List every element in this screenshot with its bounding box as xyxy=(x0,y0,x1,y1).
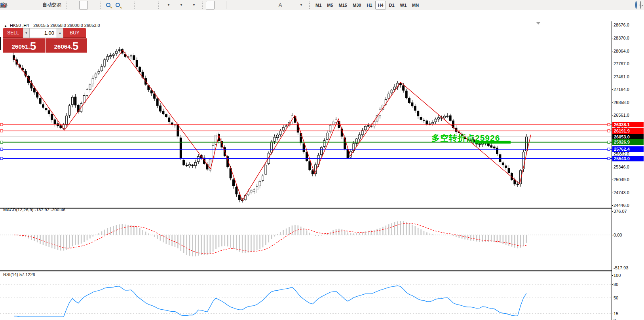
tab-timeframe-m1[interactable]: M1 xyxy=(313,1,324,9)
cursor-icon[interactable] xyxy=(206,1,215,9)
macd-splitter[interactable] xyxy=(0,208,612,208)
line-chart-icon[interactable] xyxy=(89,1,97,9)
price-tick-label: 27767.0 xyxy=(614,61,629,66)
price-tick-label: 27461.0 xyxy=(614,74,629,79)
price-tick-label: 24446.0 xyxy=(614,203,629,208)
level-price-label: 25762.4 xyxy=(612,146,644,152)
price-tick-label: 28064.0 xyxy=(614,49,629,53)
search-icon[interactable] xyxy=(635,2,637,9)
tab-timeframe-h1[interactable]: H1 xyxy=(364,1,374,9)
zoom-out-icon[interactable] xyxy=(113,1,122,9)
buy-price[interactable]: 26064. 5 xyxy=(46,38,87,53)
crosshair-icon[interactable] xyxy=(215,1,224,9)
tab-timeframe-m30[interactable]: M30 xyxy=(350,1,363,9)
chart-shift-icon[interactable] xyxy=(147,1,156,9)
rsi-panel-canvas[interactable] xyxy=(0,271,644,320)
volume-increase-button[interactable]: ▲ xyxy=(57,28,63,38)
sell-price[interactable]: 26051. 5 xyxy=(3,38,45,53)
price-tick-label: 26858.0 xyxy=(614,100,629,105)
tab-timeframe-h4[interactable]: H4 xyxy=(375,1,386,9)
rsi-tick-label: 15 xyxy=(614,311,618,316)
macd-panel-canvas[interactable] xyxy=(0,209,644,270)
rsi-label: RSI(14) 57.1226 xyxy=(3,272,35,277)
tab-timeframe-w1[interactable]: W1 xyxy=(398,1,409,9)
price-tick-label: 28676.0 xyxy=(614,23,629,27)
macd-label: MACD(12,26,9) -137.92 -200.46 xyxy=(3,207,65,212)
sell-price-big: 5 xyxy=(30,41,36,52)
macd-tick-label: 376.07 xyxy=(614,209,627,214)
sell-price-small: 26051. xyxy=(12,42,30,52)
level-price-label: 26053.0 xyxy=(612,134,644,140)
level-price-label: 25543.0 xyxy=(612,156,644,161)
text-label-icon[interactable]: T xyxy=(285,1,294,9)
fibonacci-icon[interactable]: F xyxy=(266,1,275,9)
zoom-in-icon[interactable] xyxy=(104,1,112,9)
rsi-splitter[interactable] xyxy=(0,270,612,271)
buy-button[interactable]: BUY xyxy=(63,28,86,38)
macd-tick-label: -517.93 xyxy=(614,265,628,270)
new-chart-button[interactable]: ▼ xyxy=(162,1,174,9)
bar-chart-icon[interactable] xyxy=(70,1,78,9)
rsi-tick-label: 50 xyxy=(614,295,618,300)
tab-timeframe-mn[interactable]: MN xyxy=(410,1,421,9)
rsi-tick-label: 100 xyxy=(614,273,621,278)
auto-scroll-icon[interactable] xyxy=(138,1,146,9)
arrows-icon[interactable]: ▼ xyxy=(295,1,307,9)
profile-icon[interactable] xyxy=(20,1,29,9)
buy-price-big: 5 xyxy=(72,41,79,52)
trendline-icon[interactable] xyxy=(247,1,256,9)
sell-button[interactable]: SELL xyxy=(3,28,23,38)
price-tick-label: 25049.0 xyxy=(614,177,629,182)
template-icon[interactable]: ▼ xyxy=(188,1,199,9)
buy-price-small: 26064. xyxy=(54,42,72,52)
toolbar: 单 自动交易 ▼ ▼ ▼ E F A T ▼ M1 xyxy=(0,0,644,10)
macd-tick-label: 0.00 xyxy=(614,233,622,237)
mt4-window: 单 自动交易 ▼ ▼ ▼ E F A T ▼ M1 xyxy=(0,0,644,320)
candlestick-icon[interactable] xyxy=(79,1,88,9)
tab-timeframe-m15[interactable]: M15 xyxy=(336,1,350,9)
level-price-label: 26191.9 xyxy=(612,128,644,134)
price-tick-label: 26561.0 xyxy=(614,113,629,117)
price-chart-canvas[interactable] xyxy=(0,21,644,208)
equidistant-channel-icon[interactable]: E xyxy=(257,1,266,9)
price-tick-label: 27164.0 xyxy=(614,87,629,92)
volume-input[interactable] xyxy=(30,28,57,38)
signal-icon[interactable] xyxy=(30,1,38,9)
one-click-trading-panel: SELL ▼ ▲ BUY 26051. 5 26064. 5 xyxy=(3,28,87,53)
tile-windows-icon[interactable] xyxy=(123,1,131,9)
price-tick-label: 24743.0 xyxy=(614,190,629,195)
pivot-annotation: 多空转折点25926 xyxy=(431,133,500,144)
price-tick-label: 28370.0 xyxy=(614,36,629,40)
brush-icon[interactable] xyxy=(11,1,19,9)
period-clock-icon[interactable]: ▼ xyxy=(175,1,187,9)
price-tick-label: 25346.0 xyxy=(614,165,629,169)
text-icon[interactable]: A xyxy=(276,1,285,9)
rsi-tick-label: 80 xyxy=(614,282,618,287)
level-price-label: 25926.9 xyxy=(612,139,644,145)
volume-decrease-button[interactable]: ▼ xyxy=(23,28,30,38)
tab-timeframe-m5[interactable]: M5 xyxy=(325,1,335,9)
autotrade-label: 自动交易 xyxy=(42,2,61,8)
rsi-tick-label: 0 xyxy=(614,318,616,320)
vertical-line-icon[interactable] xyxy=(228,1,237,9)
autotrade-button[interactable]: 自动交易 xyxy=(39,1,63,9)
tab-timeframe-d1[interactable]: D1 xyxy=(387,1,397,9)
chart-window[interactable]: ▲ HK50-,H4 26015.5 26058.0 26000.0 26053… xyxy=(0,11,644,320)
horizontal-line-icon[interactable] xyxy=(238,1,247,9)
level-price-label: 26338.1 xyxy=(612,122,644,127)
